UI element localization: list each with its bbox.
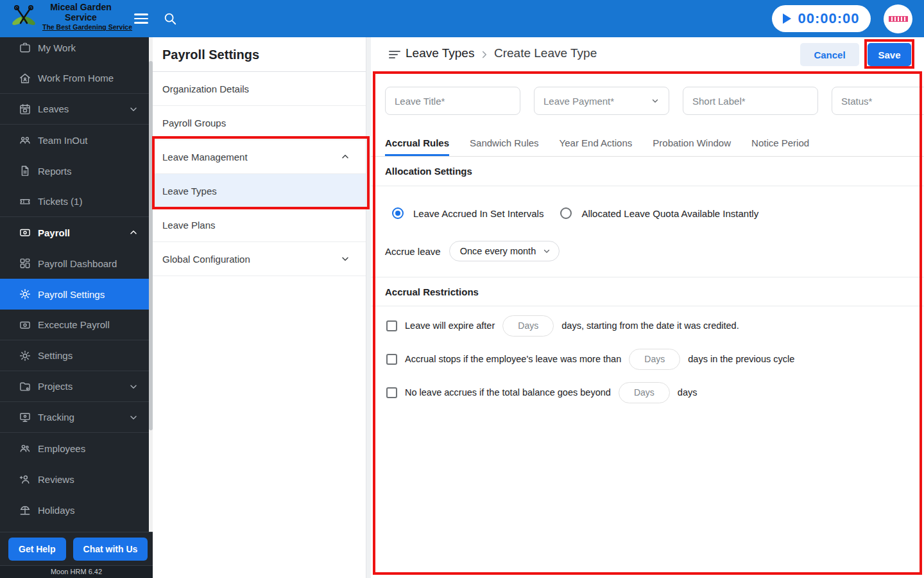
sidebar-item-tickets[interactable]: Tickets (1)	[0, 186, 149, 217]
tab-sandwich-rules[interactable]: Sandwich Rules	[470, 132, 539, 156]
restriction-text: No leave accrues if the total balance go…	[405, 387, 611, 398]
status-input[interactable]	[841, 96, 924, 107]
allocation-radio-group: Leave Accrued In Set Intervals Allocated…	[392, 207, 758, 219]
leave-title-input[interactable]	[395, 96, 511, 107]
breadcrumb-leave-types[interactable]: Leave Types	[406, 46, 474, 60]
short-label-input[interactable]	[692, 96, 809, 107]
get-help-button[interactable]: Get Help	[8, 538, 66, 561]
tab-year-end-actions[interactable]: Year End Actions	[560, 132, 633, 156]
restriction-text: Leave will expire after	[405, 320, 495, 331]
panel-title: Payroll Settings	[153, 37, 366, 72]
leave-payment-select[interactable]	[534, 87, 669, 115]
scrollbar-thumb[interactable]	[149, 61, 153, 430]
short-label-field[interactable]	[683, 87, 818, 115]
menu-icon[interactable]	[132, 9, 151, 28]
people-group-icon	[19, 442, 31, 455]
sidebar-item-label: My Work	[38, 42, 139, 53]
accrual-stop-days-input[interactable]	[629, 349, 680, 369]
logo-title: Miceal Garden Service	[42, 2, 119, 22]
beach-umbrella-icon	[19, 504, 31, 516]
restriction-text: days, starting from the date it was cred…	[561, 320, 739, 331]
search-icon[interactable]	[160, 9, 180, 28]
radio-leave-accrued-intervals[interactable]	[392, 207, 404, 219]
wallet-icon	[19, 226, 31, 239]
settings-item-leave-types[interactable]: Leave Types	[153, 174, 366, 208]
sidebar-item-reports[interactable]: Reports	[0, 155, 149, 186]
sidebar-item-leaves[interactable]: Leaves	[0, 94, 149, 125]
sidebar-item-settings[interactable]: Settings	[0, 340, 149, 371]
settings-item-leave-plans[interactable]: Leave Plans	[153, 208, 366, 242]
banknote-icon	[19, 319, 31, 331]
sidebar-footer: Get Help Chat with Us Moon HRM 6.42	[0, 532, 153, 578]
accrue-frequency-select[interactable]: Once every month	[449, 241, 560, 261]
restriction-text: days	[678, 387, 697, 398]
chat-with-us-button[interactable]: Chat with Us	[73, 538, 148, 561]
sidebar-item-label: Holidays	[38, 505, 139, 516]
days-input-pill[interactable]	[502, 315, 554, 337]
avatar[interactable]	[884, 4, 912, 33]
sidebar-item-work-from-home[interactable]: Work From Home	[0, 63, 149, 94]
play-icon	[783, 13, 791, 24]
sidebar-item-label: Reviews	[38, 474, 139, 485]
sidebar-item-label: Leaves	[38, 103, 128, 114]
payroll-settings-panel: Payroll Settings Organization Details Pa…	[153, 37, 366, 578]
sidebar-item-payroll[interactable]: Payroll	[0, 217, 149, 248]
status-select[interactable]	[832, 87, 924, 115]
expire-days-input[interactable]	[503, 316, 553, 336]
leave-title-field[interactable]	[385, 87, 520, 115]
chevron-up-icon	[128, 227, 139, 238]
breadcrumb-current-page: Create Leave Type	[494, 46, 597, 60]
sidebar-item-team-inout[interactable]: Team InOut	[0, 125, 149, 155]
checkbox-leave-expire[interactable]	[386, 320, 397, 331]
sidebar-item-my-work[interactable]: My Work	[0, 37, 149, 63]
sidebar-item-label: Team InOut	[38, 135, 139, 146]
sidebar-item-excecute-payroll[interactable]: Excecute Payroll	[0, 310, 149, 340]
tab-notice-period[interactable]: Notice Period	[751, 132, 809, 156]
sidebar-list: My Work Work From Home Leaves Team InOut	[0, 37, 149, 525]
settings-item-payroll-groups[interactable]: Payroll Groups	[153, 106, 366, 140]
settings-item-label: Leave Management	[162, 152, 340, 162]
sidebar-item-tracking[interactable]: Tracking	[0, 402, 149, 433]
balance-cap-days-input[interactable]	[619, 383, 669, 403]
chevron-up-icon	[340, 152, 350, 162]
sidebar-item-label: Settings	[38, 350, 139, 361]
settings-item-label: Payroll Groups	[162, 118, 350, 128]
chevron-down-icon	[128, 412, 139, 423]
sidebar-item-payroll-settings[interactable]: Payroll Settings	[0, 279, 149, 310]
sidebar-item-payroll-dashboard[interactable]: Payroll Dashboard	[0, 248, 149, 279]
leave-payment-input[interactable]	[543, 96, 647, 107]
sidebar-item-reviews[interactable]: Reviews	[0, 464, 149, 495]
timer-widget[interactable]: 00:00:00	[772, 5, 871, 32]
calendar-icon	[19, 103, 31, 116]
days-input-pill[interactable]	[619, 382, 670, 403]
sidebar-item-projects[interactable]: Projects	[0, 371, 149, 402]
sidebar-scrollbar[interactable]	[149, 37, 153, 532]
filter-lines-icon[interactable]	[388, 49, 401, 60]
save-button[interactable]: Save	[868, 43, 911, 66]
sidebar-item-holidays[interactable]: Holidays	[0, 495, 149, 525]
sidebar-item-label: Tickets (1)	[38, 196, 139, 207]
allocation-settings-header: Allocation Settings	[371, 157, 924, 186]
checkbox-balance-cap[interactable]	[386, 387, 397, 398]
sidebar-item-label: Reports	[38, 166, 139, 177]
accrue-leave-row: Accrue leave Once every month	[385, 241, 560, 261]
app-version: Moon HRM 6.42	[0, 565, 153, 578]
sidebar-item-employees[interactable]: Employees	[0, 433, 149, 464]
tab-probation-window[interactable]: Probation Window	[653, 132, 731, 156]
sidebar-item-label: Employees	[38, 443, 139, 454]
home-icon	[19, 72, 31, 85]
gear-icon	[19, 288, 31, 301]
settings-item-leave-management[interactable]: Leave Management	[153, 140, 366, 174]
people-group-icon	[19, 134, 31, 146]
document-icon	[19, 164, 31, 177]
panel-divider	[366, 37, 371, 578]
logo[interactable]: Miceal Garden Service The Best Gardening…	[9, 2, 132, 31]
radio-allocated-instantly[interactable]	[560, 207, 572, 219]
checkbox-accrual-stops[interactable]	[386, 354, 397, 365]
settings-item-organization-details[interactable]: Organization Details	[153, 72, 366, 106]
tab-accrual-rules[interactable]: Accrual Rules	[385, 132, 449, 156]
settings-item-global-configuration[interactable]: Global Configuration	[153, 242, 366, 276]
cancel-button[interactable]: Cancel	[800, 43, 859, 66]
days-input-pill[interactable]	[629, 349, 680, 370]
chevron-down-icon	[340, 254, 350, 264]
